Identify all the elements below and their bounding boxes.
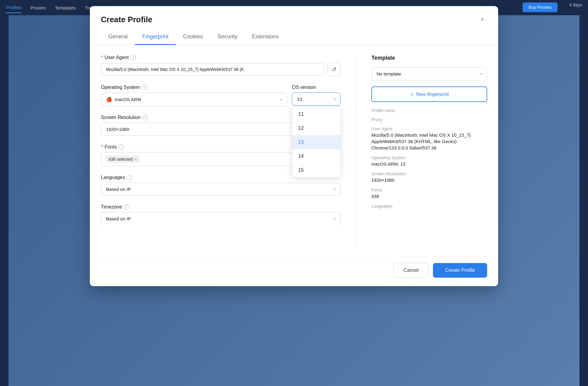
- fonts-info-key: Fonts: [371, 188, 487, 192]
- tab-bar: General Fingerprint Cookies Security Ext…: [90, 29, 498, 45]
- ua-info-key: User Agent: [371, 126, 487, 131]
- fonts-label-text: Fonts: [104, 144, 117, 150]
- new-fingerprint-button[interactable]: ⊹ New fingerprint: [371, 86, 487, 102]
- timezone-help-icon[interactable]: ?: [124, 204, 129, 210]
- languages-select[interactable]: Based on IP ▾: [101, 183, 341, 196]
- resolution-info-row: Screen Resolution 1920×1080: [371, 171, 487, 183]
- tab-security[interactable]: Security: [210, 29, 245, 45]
- user-agent-input-row: Mozilla/5.0 (Macintosh; Intel Mac OS X 1…: [101, 63, 341, 76]
- os-version-label: OS version: [292, 85, 341, 90]
- profile-info-section: Profile name Proxy User Agent Mozilla/5.…: [371, 108, 487, 209]
- profile-name-row: Profile name: [371, 108, 487, 113]
- languages-help-icon[interactable]: ?: [127, 175, 132, 180]
- template-chevron-down-icon: ▾: [480, 72, 482, 76]
- os-label-text: Operating System: [101, 85, 140, 90]
- modal-body: * User Agent ? Mozilla/5.0 (Macintosh; I…: [90, 45, 498, 257]
- left-panel: * User Agent ? Mozilla/5.0 (Macintosh; I…: [101, 55, 341, 247]
- os-info-key: Operating System: [371, 155, 487, 160]
- languages-info-row: Languages: [371, 204, 487, 209]
- os-info-row: Operating System macOS ARM, 13: [371, 155, 487, 167]
- resolution-value: 1920×1080: [106, 127, 129, 132]
- timezone-select[interactable]: Based on IP ▾: [101, 212, 341, 225]
- languages-field: Languages ? Based on IP ▾: [101, 175, 341, 196]
- operating-system-field: Operating System ? 🍎 macOS ARM ▾: [101, 85, 287, 106]
- cancel-button[interactable]: Cancel: [393, 263, 429, 278]
- resolution-info-value: 1920×1080: [371, 177, 487, 183]
- proxy-key: Proxy: [371, 117, 487, 122]
- os-version-option-14[interactable]: 14: [292, 149, 340, 163]
- os-version-option-13[interactable]: 13: [292, 135, 340, 149]
- timezone-label: Timezone ?: [101, 204, 341, 210]
- user-agent-label-text: User Agent: [104, 55, 129, 60]
- fonts-help-icon[interactable]: ?: [119, 144, 124, 150]
- user-agent-input[interactable]: Mozilla/5.0 (Macintosh; Intel Mac OS X 1…: [101, 63, 324, 76]
- os-version-select[interactable]: 13 ▾: [292, 93, 341, 106]
- modal-backdrop: Create Profile × General Fingerprint Coo…: [0, 0, 588, 386]
- modal-header: Create Profile ×: [90, 6, 498, 24]
- os-version-option-11[interactable]: 11: [292, 107, 340, 121]
- fingerprint-icon: ⊹: [410, 91, 414, 97]
- os-row: Operating System ? 🍎 macOS ARM ▾: [101, 85, 341, 106]
- os-select[interactable]: 🍎 macOS ARM ▾: [101, 93, 287, 106]
- required-star: *: [101, 55, 103, 60]
- fonts-info-value: 438: [371, 193, 487, 199]
- panel-divider: [356, 55, 356, 247]
- os-label: Operating System ?: [101, 85, 287, 90]
- tab-general[interactable]: General: [101, 29, 135, 45]
- timezone-value: Based on IP: [106, 216, 131, 221]
- tab-cookies[interactable]: Cookies: [176, 29, 210, 45]
- user-agent-label: * User Agent ?: [101, 55, 341, 60]
- os-chevron-down-icon: ▾: [280, 97, 282, 102]
- ua-info-value: Mozilla/5.0 (Macintosh; Intel Mac OS X 1…: [371, 132, 487, 151]
- timezone-label-text: Timezone: [101, 204, 122, 210]
- os-version-label-text: OS version: [292, 85, 316, 90]
- os-version-value: 13: [297, 96, 302, 102]
- proxy-row: Proxy: [371, 117, 487, 122]
- os-version-option-12[interactable]: 12: [292, 121, 340, 135]
- os-value: 🍎 macOS ARM: [106, 96, 141, 102]
- resolution-info-key: Screen Resolution: [371, 171, 487, 176]
- fonts-tag: 438 selected ×: [105, 156, 140, 163]
- fonts-required-star: *: [101, 144, 103, 150]
- languages-info-key: Languages: [371, 204, 487, 209]
- profile-name-key: Profile name: [371, 108, 487, 113]
- os-info-value: macOS ARM, 13: [371, 161, 487, 167]
- create-profile-button[interactable]: Create Profile: [433, 263, 487, 278]
- os-version-dropdown: 11 12 13 14 15: [292, 107, 341, 177]
- user-agent-refresh-button[interactable]: ↺: [327, 63, 341, 76]
- timezone-field: Timezone ? Based on IP ▾: [101, 204, 341, 225]
- languages-value: Based on IP: [106, 187, 131, 192]
- ua-info-row: User Agent Mozilla/5.0 (Macintosh; Intel…: [371, 126, 487, 151]
- fonts-tag-text: 438 selected: [108, 157, 133, 162]
- new-fingerprint-label: New fingerprint: [416, 92, 449, 97]
- timezone-chevron-down-icon: ▾: [334, 217, 335, 221]
- os-version-chevron-down-icon: ▾: [334, 97, 335, 101]
- os-version-field: OS version 13 ▾ 11 12 13 14 15: [292, 85, 341, 106]
- languages-label-text: Languages: [101, 175, 125, 180]
- languages-chevron-down-icon: ▾: [334, 187, 335, 191]
- template-section-label: Template: [371, 55, 487, 61]
- modal-title: Create Profile: [101, 15, 152, 24]
- tab-fingerprint[interactable]: Fingerprint: [135, 29, 176, 45]
- modal-footer: Cancel Create Profile: [90, 257, 498, 286]
- fonts-info-row: Fonts 438: [371, 188, 487, 199]
- os-version-option-15[interactable]: 15: [292, 163, 340, 177]
- user-agent-field: * User Agent ? Mozilla/5.0 (Macintosh; I…: [101, 55, 341, 76]
- template-value: No template: [377, 71, 401, 76]
- os-help-icon[interactable]: ?: [142, 85, 147, 90]
- template-select[interactable]: No template ▾: [371, 67, 487, 80]
- close-button[interactable]: ×: [477, 15, 487, 24]
- tab-extensions[interactable]: Extensions: [245, 29, 286, 45]
- resolution-label-text: Screen Resolution: [101, 115, 141, 120]
- os-icon-glyph: 🍎: [106, 96, 112, 102]
- os-value-text: macOS ARM: [115, 97, 141, 102]
- user-agent-help-icon[interactable]: ?: [130, 55, 136, 60]
- right-panel: Template No template ▾ ⊹ New fingerprint…: [371, 55, 487, 247]
- create-profile-modal: Create Profile × General Fingerprint Coo…: [90, 6, 498, 286]
- resolution-help-icon[interactable]: ?: [143, 115, 148, 120]
- fonts-tag-close-icon[interactable]: ×: [134, 157, 137, 162]
